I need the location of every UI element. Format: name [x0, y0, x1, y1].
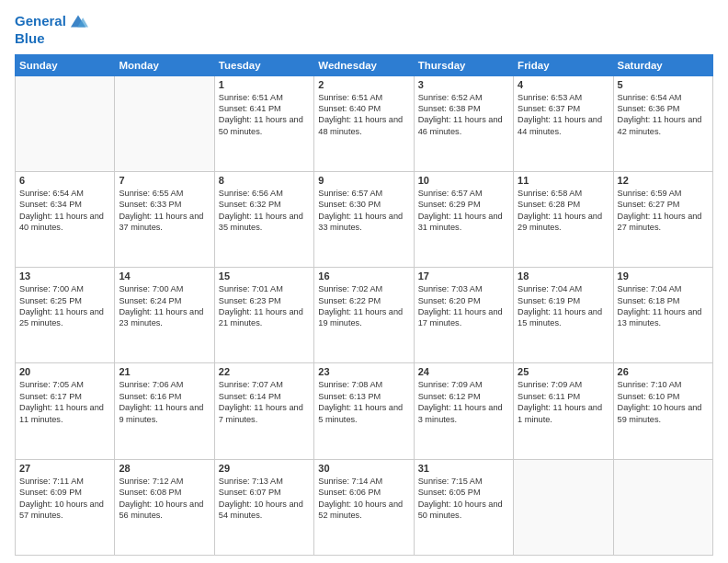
day-number: 10	[418, 175, 509, 186]
cell-content: Sunrise: 7:04 AM Sunset: 6:18 PM Dayligh…	[618, 283, 709, 329]
calendar-day-header: Friday	[514, 54, 613, 75]
calendar-cell: 22Sunrise: 7:07 AM Sunset: 6:14 PM Dayli…	[214, 363, 313, 459]
day-number: 24	[418, 366, 509, 377]
calendar-day-header: Sunday	[16, 54, 115, 75]
cell-content: Sunrise: 6:53 AM Sunset: 6:37 PM Dayligh…	[518, 92, 609, 138]
calendar-day-header: Thursday	[414, 54, 513, 75]
day-number: 17	[418, 270, 509, 282]
day-number: 29	[219, 463, 310, 474]
calendar-cell	[115, 75, 214, 171]
day-number: 19	[618, 270, 709, 282]
calendar-table: SundayMondayTuesdayWednesdayThursdayFrid…	[15, 54, 713, 557]
day-number: 22	[219, 366, 310, 377]
calendar-cell: 30Sunrise: 7:14 AM Sunset: 6:06 PM Dayli…	[314, 459, 414, 555]
cell-content: Sunrise: 6:56 AM Sunset: 6:32 PM Dayligh…	[219, 188, 310, 234]
calendar-cell: 2Sunrise: 6:51 AM Sunset: 6:40 PM Daylig…	[314, 75, 414, 171]
cell-content: Sunrise: 7:03 AM Sunset: 6:20 PM Dayligh…	[418, 283, 509, 329]
calendar-cell: 21Sunrise: 7:06 AM Sunset: 6:16 PM Dayli…	[115, 363, 214, 459]
day-number: 23	[318, 366, 409, 377]
logo: General Blue	[15, 11, 88, 47]
day-number: 13	[19, 270, 110, 282]
day-number: 15	[219, 270, 310, 282]
logo-blue-text: Blue	[15, 31, 88, 47]
cell-content: Sunrise: 7:06 AM Sunset: 6:16 PM Dayligh…	[119, 379, 210, 425]
calendar-cell: 23Sunrise: 7:08 AM Sunset: 6:13 PM Dayli…	[314, 363, 414, 459]
cell-content: Sunrise: 6:52 AM Sunset: 6:38 PM Dayligh…	[418, 92, 509, 138]
calendar-week-row: 1Sunrise: 6:51 AM Sunset: 6:41 PM Daylig…	[16, 75, 713, 171]
cell-content: Sunrise: 6:54 AM Sunset: 6:36 PM Dayligh…	[618, 92, 709, 138]
cell-content: Sunrise: 6:55 AM Sunset: 6:33 PM Dayligh…	[119, 188, 210, 234]
calendar-cell: 11Sunrise: 6:58 AM Sunset: 6:28 PM Dayli…	[514, 171, 613, 267]
logo-icon	[68, 11, 88, 31]
calendar-cell: 5Sunrise: 6:54 AM Sunset: 6:36 PM Daylig…	[613, 75, 712, 171]
day-number: 21	[119, 366, 210, 377]
calendar-week-row: 20Sunrise: 7:05 AM Sunset: 6:17 PM Dayli…	[16, 363, 713, 459]
cell-content: Sunrise: 7:14 AM Sunset: 6:06 PM Dayligh…	[318, 476, 409, 522]
day-number: 9	[318, 175, 409, 186]
cell-content: Sunrise: 7:00 AM Sunset: 6:24 PM Dayligh…	[119, 283, 210, 329]
cell-content: Sunrise: 7:09 AM Sunset: 6:11 PM Dayligh…	[518, 379, 609, 425]
cell-content: Sunrise: 6:54 AM Sunset: 6:34 PM Dayligh…	[19, 188, 110, 234]
logo-text: General	[15, 14, 66, 29]
day-number: 14	[119, 270, 210, 282]
calendar-day-header: Wednesday	[314, 54, 414, 75]
day-number: 26	[618, 366, 709, 377]
calendar-header-row: SundayMondayTuesdayWednesdayThursdayFrid…	[16, 54, 713, 75]
calendar-day-header: Saturday	[613, 54, 712, 75]
cell-content: Sunrise: 7:04 AM Sunset: 6:19 PM Dayligh…	[518, 283, 609, 329]
day-number: 8	[219, 175, 310, 186]
calendar-cell: 26Sunrise: 7:10 AM Sunset: 6:10 PM Dayli…	[613, 363, 712, 459]
calendar-cell: 10Sunrise: 6:57 AM Sunset: 6:29 PM Dayli…	[414, 171, 513, 267]
day-number: 20	[19, 366, 110, 377]
cell-content: Sunrise: 7:07 AM Sunset: 6:14 PM Dayligh…	[219, 379, 310, 425]
day-number: 7	[119, 175, 210, 186]
calendar-cell: 19Sunrise: 7:04 AM Sunset: 6:18 PM Dayli…	[613, 268, 712, 363]
calendar-cell: 4Sunrise: 6:53 AM Sunset: 6:37 PM Daylig…	[514, 75, 613, 171]
cell-content: Sunrise: 7:10 AM Sunset: 6:10 PM Dayligh…	[618, 379, 709, 425]
cell-content: Sunrise: 6:59 AM Sunset: 6:27 PM Dayligh…	[618, 188, 709, 234]
calendar-cell: 16Sunrise: 7:02 AM Sunset: 6:22 PM Dayli…	[314, 268, 414, 363]
cell-content: Sunrise: 7:15 AM Sunset: 6:05 PM Dayligh…	[418, 476, 509, 522]
calendar-cell: 3Sunrise: 6:52 AM Sunset: 6:38 PM Daylig…	[414, 75, 513, 171]
day-number: 25	[518, 366, 609, 377]
day-number: 31	[418, 463, 509, 474]
cell-content: Sunrise: 6:57 AM Sunset: 6:29 PM Dayligh…	[418, 188, 509, 234]
cell-content: Sunrise: 6:58 AM Sunset: 6:28 PM Dayligh…	[518, 188, 609, 234]
day-number: 4	[518, 79, 609, 90]
calendar-cell: 20Sunrise: 7:05 AM Sunset: 6:17 PM Dayli…	[16, 363, 115, 459]
cell-content: Sunrise: 7:12 AM Sunset: 6:08 PM Dayligh…	[119, 476, 210, 522]
day-number: 2	[318, 79, 409, 90]
cell-content: Sunrise: 7:05 AM Sunset: 6:17 PM Dayligh…	[19, 379, 110, 425]
calendar-cell: 6Sunrise: 6:54 AM Sunset: 6:34 PM Daylig…	[16, 171, 115, 267]
calendar-cell: 15Sunrise: 7:01 AM Sunset: 6:23 PM Dayli…	[214, 268, 313, 363]
calendar-cell: 27Sunrise: 7:11 AM Sunset: 6:09 PM Dayli…	[16, 459, 115, 555]
calendar-cell: 25Sunrise: 7:09 AM Sunset: 6:11 PM Dayli…	[514, 363, 613, 459]
calendar-day-header: Tuesday	[214, 54, 313, 75]
day-number: 30	[318, 463, 409, 474]
day-number: 12	[618, 175, 709, 186]
calendar-cell	[514, 459, 613, 555]
calendar-cell: 9Sunrise: 6:57 AM Sunset: 6:30 PM Daylig…	[314, 171, 414, 267]
cell-content: Sunrise: 7:00 AM Sunset: 6:25 PM Dayligh…	[19, 283, 110, 329]
calendar-week-row: 6Sunrise: 6:54 AM Sunset: 6:34 PM Daylig…	[16, 171, 713, 267]
calendar-cell	[613, 459, 712, 555]
cell-content: Sunrise: 7:08 AM Sunset: 6:13 PM Dayligh…	[318, 379, 409, 425]
day-number: 18	[518, 270, 609, 282]
calendar-cell: 18Sunrise: 7:04 AM Sunset: 6:19 PM Dayli…	[514, 268, 613, 363]
day-number: 5	[618, 79, 709, 90]
cell-content: Sunrise: 7:09 AM Sunset: 6:12 PM Dayligh…	[418, 379, 509, 425]
cell-content: Sunrise: 7:11 AM Sunset: 6:09 PM Dayligh…	[19, 476, 110, 522]
day-number: 11	[518, 175, 609, 186]
calendar-cell: 13Sunrise: 7:00 AM Sunset: 6:25 PM Dayli…	[16, 268, 115, 363]
calendar-cell: 8Sunrise: 6:56 AM Sunset: 6:32 PM Daylig…	[214, 171, 313, 267]
cell-content: Sunrise: 7:02 AM Sunset: 6:22 PM Dayligh…	[318, 283, 409, 329]
day-number: 16	[318, 270, 409, 282]
calendar-cell: 1Sunrise: 6:51 AM Sunset: 6:41 PM Daylig…	[214, 75, 313, 171]
calendar-week-row: 13Sunrise: 7:00 AM Sunset: 6:25 PM Dayli…	[16, 268, 713, 363]
day-number: 1	[219, 79, 310, 90]
cell-content: Sunrise: 6:57 AM Sunset: 6:30 PM Dayligh…	[318, 188, 409, 234]
calendar-cell	[16, 75, 115, 171]
calendar-day-header: Monday	[115, 54, 214, 75]
calendar-cell: 7Sunrise: 6:55 AM Sunset: 6:33 PM Daylig…	[115, 171, 214, 267]
cell-content: Sunrise: 6:51 AM Sunset: 6:41 PM Dayligh…	[219, 92, 310, 138]
